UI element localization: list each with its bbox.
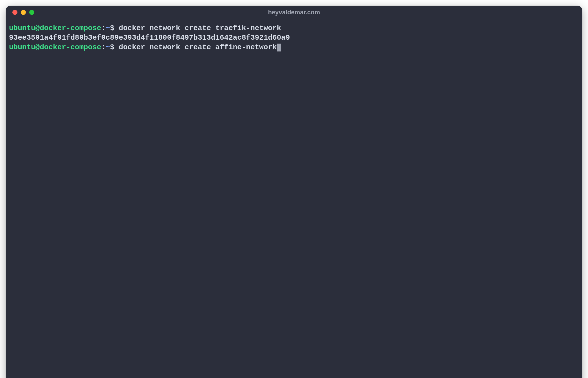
terminal-line: 93ee3501a4f01fd80b3ef0c89e393d4f11800f84… [9, 33, 579, 43]
terminal-window: heyvaldemar.com ubuntu@docker-compose:~$… [6, 6, 582, 378]
prompt-symbol: $ [110, 24, 115, 32]
traffic-lights [12, 10, 34, 15]
maximize-icon[interactable] [29, 10, 34, 15]
command-text: docker network create traefik-network [114, 24, 281, 32]
output-text: 93ee3501a4f01fd80b3ef0c89e393d4f11800f84… [9, 33, 290, 42]
prompt-path: ~ [106, 24, 110, 32]
window-title: heyvaldemar.com [268, 9, 320, 16]
terminal-line: ubuntu@docker-compose:~$ docker network … [9, 43, 579, 52]
minimize-icon[interactable] [21, 10, 26, 15]
close-icon[interactable] [12, 10, 17, 15]
cursor-block [277, 44, 281, 51]
prompt-colon: : [101, 43, 106, 51]
command-text: docker network create affine-network [114, 43, 277, 51]
terminal-line: ubuntu@docker-compose:~$ docker network … [9, 24, 579, 33]
terminal-body[interactable]: ubuntu@docker-compose:~$ docker network … [6, 19, 582, 378]
prompt-user-host: ubuntu@docker-compose [9, 24, 101, 32]
titlebar: heyvaldemar.com [6, 6, 582, 19]
prompt-symbol: $ [110, 43, 115, 51]
prompt-colon: : [101, 24, 106, 32]
prompt-user-host: ubuntu@docker-compose [9, 43, 101, 51]
prompt-path: ~ [106, 43, 110, 51]
